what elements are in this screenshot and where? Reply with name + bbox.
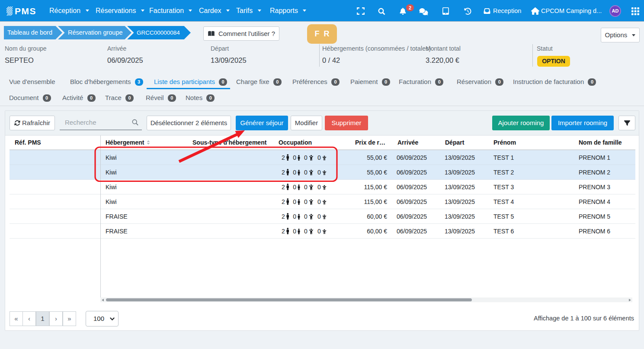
svg-text:PMS: PMS	[15, 6, 36, 16]
